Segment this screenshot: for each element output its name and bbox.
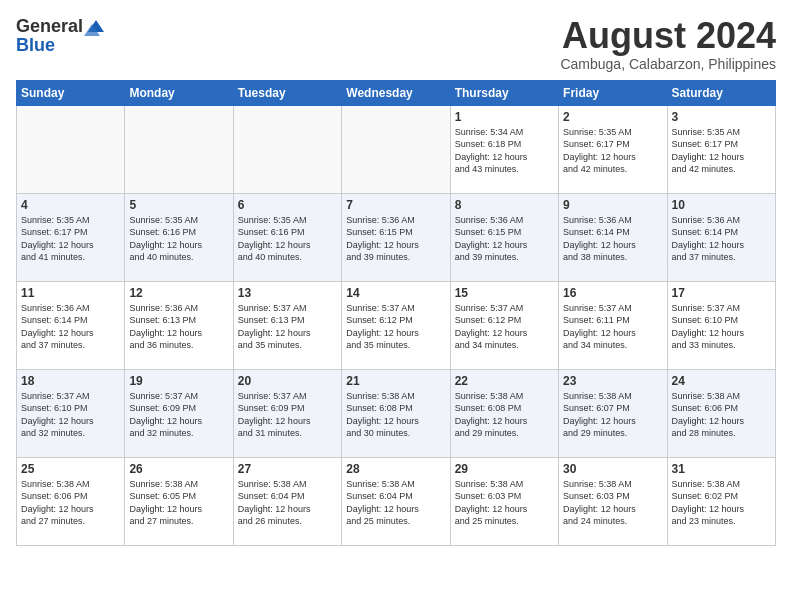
calendar-cell: 25Sunrise: 5:38 AM Sunset: 6:06 PM Dayli… [17, 457, 125, 545]
day-detail: Sunrise: 5:38 AM Sunset: 6:08 PM Dayligh… [455, 390, 554, 440]
calendar-cell [17, 105, 125, 193]
day-number: 22 [455, 374, 554, 388]
calendar-body: 1Sunrise: 5:34 AM Sunset: 6:18 PM Daylig… [17, 105, 776, 545]
day-number: 1 [455, 110, 554, 124]
calendar-cell: 23Sunrise: 5:38 AM Sunset: 6:07 PM Dayli… [559, 369, 667, 457]
calendar-week-2: 4Sunrise: 5:35 AM Sunset: 6:17 PM Daylig… [17, 193, 776, 281]
calendar-cell: 19Sunrise: 5:37 AM Sunset: 6:09 PM Dayli… [125, 369, 233, 457]
calendar-cell: 31Sunrise: 5:38 AM Sunset: 6:02 PM Dayli… [667, 457, 775, 545]
day-number: 24 [672, 374, 771, 388]
title-area: August 2024 Cambuga, Calabarzon, Philipp… [560, 16, 776, 72]
calendar-cell: 6Sunrise: 5:35 AM Sunset: 6:16 PM Daylig… [233, 193, 341, 281]
calendar-cell: 5Sunrise: 5:35 AM Sunset: 6:16 PM Daylig… [125, 193, 233, 281]
calendar-cell: 22Sunrise: 5:38 AM Sunset: 6:08 PM Dayli… [450, 369, 558, 457]
day-detail: Sunrise: 5:38 AM Sunset: 6:08 PM Dayligh… [346, 390, 445, 440]
day-number: 30 [563, 462, 662, 476]
calendar-cell: 1Sunrise: 5:34 AM Sunset: 6:18 PM Daylig… [450, 105, 558, 193]
calendar-cell: 8Sunrise: 5:36 AM Sunset: 6:15 PM Daylig… [450, 193, 558, 281]
day-number: 14 [346, 286, 445, 300]
calendar-cell: 18Sunrise: 5:37 AM Sunset: 6:10 PM Dayli… [17, 369, 125, 457]
column-header-friday: Friday [559, 80, 667, 105]
day-number: 18 [21, 374, 120, 388]
day-number: 9 [563, 198, 662, 212]
day-detail: Sunrise: 5:35 AM Sunset: 6:16 PM Dayligh… [238, 214, 337, 264]
location: Cambuga, Calabarzon, Philippines [560, 56, 776, 72]
column-header-wednesday: Wednesday [342, 80, 450, 105]
day-detail: Sunrise: 5:38 AM Sunset: 6:06 PM Dayligh… [672, 390, 771, 440]
day-detail: Sunrise: 5:34 AM Sunset: 6:18 PM Dayligh… [455, 126, 554, 176]
day-detail: Sunrise: 5:38 AM Sunset: 6:04 PM Dayligh… [346, 478, 445, 528]
day-number: 6 [238, 198, 337, 212]
calendar-cell: 28Sunrise: 5:38 AM Sunset: 6:04 PM Dayli… [342, 457, 450, 545]
day-number: 4 [21, 198, 120, 212]
calendar-cell: 24Sunrise: 5:38 AM Sunset: 6:06 PM Dayli… [667, 369, 775, 457]
logo-general: General [16, 16, 83, 37]
day-number: 17 [672, 286, 771, 300]
calendar-cell: 29Sunrise: 5:38 AM Sunset: 6:03 PM Dayli… [450, 457, 558, 545]
calendar-cell: 7Sunrise: 5:36 AM Sunset: 6:15 PM Daylig… [342, 193, 450, 281]
calendar-cell: 15Sunrise: 5:37 AM Sunset: 6:12 PM Dayli… [450, 281, 558, 369]
calendar-cell: 21Sunrise: 5:38 AM Sunset: 6:08 PM Dayli… [342, 369, 450, 457]
day-detail: Sunrise: 5:36 AM Sunset: 6:15 PM Dayligh… [455, 214, 554, 264]
day-number: 26 [129, 462, 228, 476]
day-detail: Sunrise: 5:36 AM Sunset: 6:14 PM Dayligh… [672, 214, 771, 264]
day-detail: Sunrise: 5:37 AM Sunset: 6:10 PM Dayligh… [21, 390, 120, 440]
day-number: 8 [455, 198, 554, 212]
day-detail: Sunrise: 5:35 AM Sunset: 6:16 PM Dayligh… [129, 214, 228, 264]
calendar-cell: 27Sunrise: 5:38 AM Sunset: 6:04 PM Dayli… [233, 457, 341, 545]
day-number: 10 [672, 198, 771, 212]
day-number: 3 [672, 110, 771, 124]
day-detail: Sunrise: 5:38 AM Sunset: 6:05 PM Dayligh… [129, 478, 228, 528]
day-detail: Sunrise: 5:38 AM Sunset: 6:07 PM Dayligh… [563, 390, 662, 440]
column-header-tuesday: Tuesday [233, 80, 341, 105]
day-detail: Sunrise: 5:36 AM Sunset: 6:15 PM Dayligh… [346, 214, 445, 264]
day-detail: Sunrise: 5:37 AM Sunset: 6:09 PM Dayligh… [129, 390, 228, 440]
calendar-cell: 12Sunrise: 5:36 AM Sunset: 6:13 PM Dayli… [125, 281, 233, 369]
calendar-week-4: 18Sunrise: 5:37 AM Sunset: 6:10 PM Dayli… [17, 369, 776, 457]
calendar-cell: 30Sunrise: 5:38 AM Sunset: 6:03 PM Dayli… [559, 457, 667, 545]
day-number: 7 [346, 198, 445, 212]
calendar-cell: 26Sunrise: 5:38 AM Sunset: 6:05 PM Dayli… [125, 457, 233, 545]
day-detail: Sunrise: 5:35 AM Sunset: 6:17 PM Dayligh… [563, 126, 662, 176]
day-detail: Sunrise: 5:37 AM Sunset: 6:10 PM Dayligh… [672, 302, 771, 352]
column-header-thursday: Thursday [450, 80, 558, 105]
day-number: 21 [346, 374, 445, 388]
day-detail: Sunrise: 5:38 AM Sunset: 6:04 PM Dayligh… [238, 478, 337, 528]
day-number: 27 [238, 462, 337, 476]
calendar-week-5: 25Sunrise: 5:38 AM Sunset: 6:06 PM Dayli… [17, 457, 776, 545]
calendar-cell: 4Sunrise: 5:35 AM Sunset: 6:17 PM Daylig… [17, 193, 125, 281]
day-detail: Sunrise: 5:38 AM Sunset: 6:06 PM Dayligh… [21, 478, 120, 528]
calendar-week-3: 11Sunrise: 5:36 AM Sunset: 6:14 PM Dayli… [17, 281, 776, 369]
calendar-cell: 16Sunrise: 5:37 AM Sunset: 6:11 PM Dayli… [559, 281, 667, 369]
day-number: 16 [563, 286, 662, 300]
calendar-cell [125, 105, 233, 193]
page-header: General Blue August 2024 Cambuga, Calaba… [16, 16, 776, 72]
day-number: 20 [238, 374, 337, 388]
day-detail: Sunrise: 5:37 AM Sunset: 6:11 PM Dayligh… [563, 302, 662, 352]
logo-icon [84, 18, 106, 36]
day-number: 11 [21, 286, 120, 300]
day-detail: Sunrise: 5:38 AM Sunset: 6:03 PM Dayligh… [455, 478, 554, 528]
column-header-saturday: Saturday [667, 80, 775, 105]
day-number: 31 [672, 462, 771, 476]
calendar-table: SundayMondayTuesdayWednesdayThursdayFrid… [16, 80, 776, 546]
calendar-header-row: SundayMondayTuesdayWednesdayThursdayFrid… [17, 80, 776, 105]
column-header-sunday: Sunday [17, 80, 125, 105]
logo-blue: Blue [16, 35, 55, 56]
calendar-week-1: 1Sunrise: 5:34 AM Sunset: 6:18 PM Daylig… [17, 105, 776, 193]
day-detail: Sunrise: 5:38 AM Sunset: 6:03 PM Dayligh… [563, 478, 662, 528]
day-number: 19 [129, 374, 228, 388]
calendar-cell: 13Sunrise: 5:37 AM Sunset: 6:13 PM Dayli… [233, 281, 341, 369]
day-detail: Sunrise: 5:36 AM Sunset: 6:13 PM Dayligh… [129, 302, 228, 352]
day-number: 28 [346, 462, 445, 476]
calendar-cell [342, 105, 450, 193]
day-detail: Sunrise: 5:38 AM Sunset: 6:02 PM Dayligh… [672, 478, 771, 528]
day-number: 15 [455, 286, 554, 300]
day-number: 23 [563, 374, 662, 388]
calendar-cell: 9Sunrise: 5:36 AM Sunset: 6:14 PM Daylig… [559, 193, 667, 281]
day-number: 13 [238, 286, 337, 300]
calendar-cell: 3Sunrise: 5:35 AM Sunset: 6:17 PM Daylig… [667, 105, 775, 193]
calendar-cell: 17Sunrise: 5:37 AM Sunset: 6:10 PM Dayli… [667, 281, 775, 369]
logo: General Blue [16, 16, 106, 56]
day-detail: Sunrise: 5:36 AM Sunset: 6:14 PM Dayligh… [21, 302, 120, 352]
